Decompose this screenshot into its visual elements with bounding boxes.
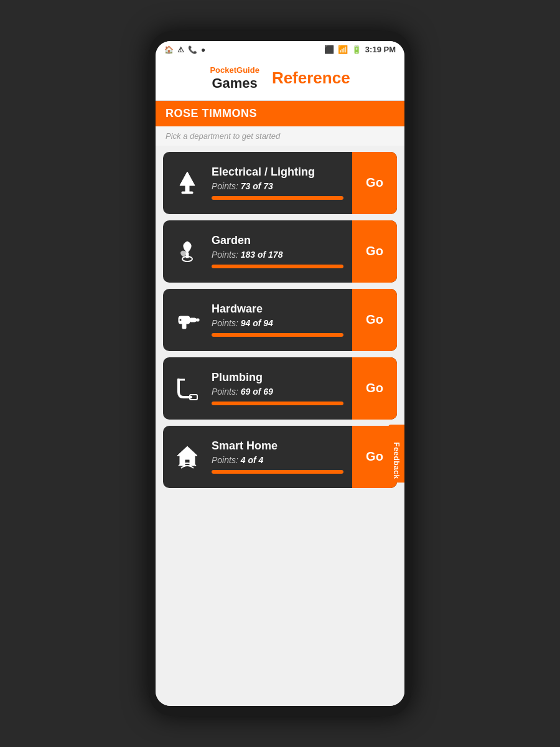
dept-points-hardware: Points: 94 of 94 (212, 318, 343, 328)
dept-main-smarthome: Smart Home Points: 4 of 4 (163, 426, 352, 488)
games-label: Games (210, 75, 259, 92)
header-branding: PocketGuide Games (210, 65, 259, 92)
status-left-icons: 🏠 ⚠ 📞 ● (164, 45, 205, 54)
time-display: 3:19 PM (365, 45, 396, 54)
svg-rect-8 (182, 324, 186, 329)
dept-card-hardware[interactable]: Hardware Points: 94 of 94 Go (163, 289, 397, 351)
dept-name-plumbing: Plumbing (212, 371, 343, 384)
feedback-tab[interactable]: Feedback (388, 425, 404, 482)
dept-points-plumbing: Points: 69 of 69 (212, 387, 343, 397)
pocket-prefix: Pocket (210, 65, 236, 75)
dept-name-garden: Garden (212, 234, 343, 247)
go-button-electrical[interactable]: Go (352, 152, 397, 214)
progress-fill-hardware (212, 333, 343, 337)
app-header: PocketGuide Games Reference (156, 58, 404, 101)
dept-points-electrical: Points: 73 of 73 (212, 181, 343, 191)
dept-main-plumbing: Plumbing Points: 69 of 69 (163, 357, 352, 420)
progress-fill-plumbing (212, 402, 343, 405)
svg-rect-1 (185, 186, 189, 192)
progress-bg-plumbing (212, 402, 343, 405)
reference-label[interactable]: Reference (272, 68, 350, 88)
phone-device: 🏠 ⚠ 📞 ● ⬛ 📶 🔋 3:19 PM PocketGuide Games … (149, 31, 411, 716)
dept-info-electrical: Electrical / Lighting Points: 73 of 73 (212, 166, 343, 200)
dept-points-smarthome: Points: 4 of 4 (212, 455, 343, 465)
progress-fill-garden (212, 265, 343, 268)
phone-screen: 🏠 ⚠ 📞 ● ⬛ 📶 🔋 3:19 PM PocketGuide Games … (156, 41, 404, 706)
dept-name-smarthome: Smart Home (212, 439, 343, 453)
alert-icon: ⚠ (177, 45, 184, 54)
progress-bg-electrical (212, 196, 343, 200)
dept-info-smarthome: Smart Home Points: 4 of 4 (212, 439, 343, 474)
svg-marker-0 (180, 172, 195, 186)
phone-icon: 📞 (188, 45, 197, 54)
dept-card-garden[interactable]: Garden Points: 183 of 178 Go (163, 220, 397, 283)
status-right: ⬛ 📶 🔋 3:19 PM (324, 45, 396, 54)
status-bar: 🏠 ⚠ 📞 ● ⬛ 📶 🔋 3:19 PM (156, 41, 404, 58)
go-button-plumbing[interactable]: Go (352, 357, 397, 420)
garden-icon (172, 238, 203, 265)
wifi-icon: 📶 (338, 45, 348, 54)
dept-info-plumbing: Plumbing Points: 69 of 69 (212, 371, 343, 405)
dept-card-plumbing[interactable]: Plumbing Points: 69 of 69 Go (163, 357, 397, 420)
dept-name-hardware: Hardware (212, 303, 343, 316)
svg-marker-12 (177, 446, 197, 456)
battery-icon: 🔋 (352, 45, 362, 54)
go-button-hardware[interactable]: Go (352, 289, 397, 351)
svg-rect-2 (182, 192, 193, 194)
subtitle: Pick a department to get started (156, 126, 404, 146)
user-bar: ROSE TIMMONS (156, 101, 404, 126)
dept-card-smarthome[interactable]: Smart Home Points: 4 of 4 Go (163, 426, 397, 488)
dept-card-electrical[interactable]: Electrical / Lighting Points: 73 of 73 G… (163, 152, 397, 214)
progress-bg-hardware (212, 333, 343, 337)
dept-main-garden: Garden Points: 183 of 178 (163, 220, 352, 283)
pocket-guide-label: PocketGuide (210, 65, 259, 75)
location-icon: ● (201, 45, 205, 54)
plumbing-icon (172, 375, 203, 402)
guide-suffix: Guide (236, 65, 259, 75)
dept-points-garden: Points: 183 of 178 (212, 250, 343, 260)
progress-fill-electrical (212, 196, 343, 200)
bluetooth-icon: ⬛ (324, 45, 334, 54)
progress-bg-garden (212, 265, 343, 268)
progress-bg-smarthome (212, 470, 343, 474)
dept-main-hardware: Hardware Points: 94 of 94 (163, 289, 352, 351)
department-list: Electrical / Lighting Points: 73 of 73 G… (156, 146, 404, 706)
progress-fill-smarthome (212, 470, 343, 474)
dept-main-electrical: Electrical / Lighting Points: 73 of 73 (163, 152, 352, 214)
go-button-garden[interactable]: Go (352, 220, 397, 283)
dept-info-hardware: Hardware Points: 94 of 94 (212, 303, 343, 337)
home-depot-icon: 🏠 (164, 45, 174, 54)
dept-name-electrical: Electrical / Lighting (212, 166, 343, 179)
dept-info-garden: Garden Points: 183 of 178 (212, 234, 343, 268)
svg-point-9 (179, 319, 182, 321)
lamp-icon (172, 169, 203, 197)
svg-rect-7 (196, 319, 199, 321)
drill-icon (172, 306, 203, 334)
svg-rect-6 (190, 318, 196, 322)
user-name: ROSE TIMMONS (166, 107, 394, 120)
smarthome-icon (172, 443, 203, 471)
